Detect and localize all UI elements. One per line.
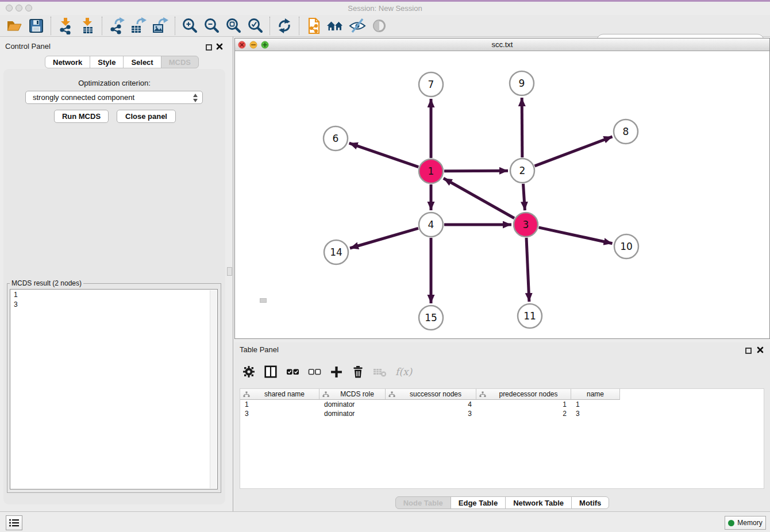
zoom-selected-button[interactable] — [245, 16, 265, 36]
split-panel-button[interactable] — [264, 365, 278, 379]
import-network-button[interactable] — [56, 16, 75, 36]
graph-node-15[interactable]: 15 — [419, 306, 443, 330]
graph-edge-2-8[interactable] — [535, 137, 613, 166]
import-table-button[interactable] — [78, 16, 97, 36]
cell-shared-name[interactable]: 1 — [240, 400, 319, 409]
graph-edge-1-6[interactable] — [349, 143, 419, 167]
export-image-button[interactable] — [151, 16, 170, 36]
node-table[interactable]: shared name MCDS role successor nodes pr… — [240, 388, 764, 489]
refresh-icon — [276, 17, 293, 34]
cell-shared-name[interactable]: 3 — [240, 409, 319, 418]
delete-table-button[interactable] — [373, 365, 387, 378]
zoom-in-button[interactable] — [180, 16, 199, 36]
graph-node-7[interactable]: 7 — [419, 72, 443, 97]
select-all-button[interactable] — [286, 365, 299, 378]
graph-edge-3-1[interactable] — [444, 178, 514, 218]
memory-button[interactable]: Memory — [725, 516, 766, 530]
table-row[interactable]: 1 dominator 4 1 1 — [240, 400, 764, 409]
run-mcds-button[interactable]: Run MCDS — [54, 110, 109, 123]
tab-mcds[interactable]: MCDS — [161, 56, 199, 68]
graph-node-11[interactable]: 11 — [518, 304, 542, 328]
refresh-layout-button[interactable] — [275, 16, 294, 36]
table-row[interactable]: 3 dominator 3 2 3 — [240, 409, 764, 418]
select-all-icon — [286, 365, 299, 378]
graph-edge-3-10[interactable] — [538, 228, 612, 244]
deselect-all-button[interactable] — [308, 365, 321, 378]
cell-predecessor-nodes[interactable]: 1 — [476, 400, 571, 409]
mcds-result-list[interactable]: 1 3 — [10, 289, 218, 489]
hide-selected-button[interactable] — [348, 16, 367, 36]
float-panel-icon[interactable] — [206, 43, 212, 53]
delete-button[interactable] — [352, 365, 364, 379]
graph-node-6[interactable]: 6 — [324, 126, 348, 151]
task-history-button[interactable] — [6, 515, 22, 530]
graph-node-8[interactable]: 8 — [614, 119, 638, 144]
graph-node-1[interactable]: 1 — [419, 159, 443, 183]
result-value: 1 — [10, 290, 217, 299]
column-header-shared-name[interactable]: shared name — [240, 389, 319, 400]
add-column-button[interactable] — [330, 365, 343, 379]
graph-node-label: 3 — [523, 219, 529, 230]
zoom-out-button[interactable] — [202, 16, 221, 36]
cell-successor-nodes[interactable]: 4 — [386, 400, 476, 409]
graph-edge-1-2[interactable] — [444, 171, 508, 171]
cell-successor-nodes[interactable]: 3 — [386, 409, 476, 418]
tab-edge-table[interactable]: Edge Table — [451, 496, 506, 509]
criterion-dropdown[interactable]: strongly connected component — [25, 91, 203, 104]
network-graph[interactable]: 7968124314101511 — [235, 51, 769, 338]
cell-mcds-role[interactable]: dominator — [319, 409, 386, 418]
cell-mcds-role[interactable]: dominator — [319, 400, 386, 409]
gear-icon — [242, 365, 255, 378]
split-divider-handle[interactable] — [260, 298, 267, 303]
first-neighbors-button[interactable] — [326, 16, 345, 36]
graph-node-14[interactable]: 14 — [324, 240, 348, 264]
tab-network[interactable]: Network — [45, 56, 90, 68]
column-header-name[interactable]: name — [571, 389, 620, 400]
import-table-icon — [79, 17, 96, 34]
column-header-mcds-role[interactable]: MCDS role — [319, 389, 386, 400]
graph-edge-3-11[interactable] — [526, 238, 529, 302]
function-builder-button[interactable]: f(x) — [395, 366, 412, 377]
tab-motifs[interactable]: Motifs — [571, 496, 609, 509]
graph-node-2[interactable]: 2 — [510, 159, 534, 183]
graph-edge-4-14[interactable] — [350, 228, 418, 248]
graph-node-4[interactable]: 4 — [419, 213, 443, 237]
tab-network-table[interactable]: Network Table — [505, 496, 572, 509]
cell-name[interactable]: 3 — [571, 409, 620, 418]
close-panel-button[interactable]: Close panel — [117, 110, 176, 123]
export-network-button[interactable] — [107, 16, 126, 36]
network-view-window: scc.txt 7968124314101511 — [234, 38, 770, 339]
show-all-button[interactable] — [369, 16, 389, 36]
network-window-titlebar[interactable]: scc.txt — [235, 38, 769, 51]
save-session-button[interactable] — [26, 16, 46, 36]
zoom-fit-button[interactable] — [224, 16, 243, 36]
status-bar: Memory — [0, 511, 770, 532]
tab-style[interactable]: Style — [90, 56, 124, 68]
column-type-icon — [479, 391, 486, 398]
float-table-panel-icon[interactable] — [745, 346, 752, 356]
open-file-button[interactable] — [5, 16, 24, 36]
graph-edge-2-3[interactable] — [523, 184, 525, 210]
gear-button[interactable] — [242, 365, 255, 378]
graph-edge-2-9[interactable] — [522, 98, 522, 157]
close-table-panel-icon[interactable] — [757, 345, 764, 356]
cell-name[interactable]: 1 — [571, 400, 620, 409]
result-scrollbar[interactable] — [210, 290, 217, 488]
splitter-handle[interactable] — [227, 267, 232, 276]
panel-splitter[interactable] — [227, 37, 234, 511]
column-type-icon — [322, 391, 329, 398]
tab-node-table[interactable]: Node Table — [395, 496, 451, 509]
graph-node-label: 4 — [428, 219, 434, 230]
column-header-successor-nodes[interactable]: successor nodes — [386, 389, 476, 400]
network-canvas[interactable]: 7968124314101511 — [235, 51, 769, 338]
new-network-from-selection-button[interactable] — [304, 16, 324, 36]
export-table-button[interactable] — [129, 16, 148, 36]
graph-node-9[interactable]: 9 — [510, 71, 534, 95]
column-header-predecessor-nodes[interactable]: predecessor nodes — [476, 389, 571, 400]
close-panel-icon[interactable] — [216, 42, 223, 52]
graph-node-3[interactable]: 3 — [514, 213, 538, 237]
tab-select[interactable]: Select — [123, 56, 161, 68]
cell-predecessor-nodes[interactable]: 2 — [476, 409, 571, 418]
graph-node-10[interactable]: 10 — [614, 234, 638, 259]
titlebar[interactable]: Session: New Session — [0, 2, 770, 15]
